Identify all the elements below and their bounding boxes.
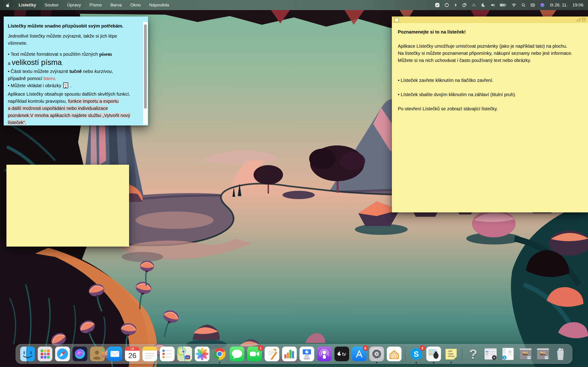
dock-safari[interactable] xyxy=(55,347,70,361)
note-large-text-line: a velikostí písma. xyxy=(8,58,137,68)
siri-icon[interactable] xyxy=(540,3,545,7)
note-title-bar[interactable] xyxy=(392,17,588,23)
selected-text: poznámek.V mnoha aplikacích najdete služ… xyxy=(8,113,130,118)
battery-charging-icon[interactable] xyxy=(500,3,507,7)
notification-badge: 2 xyxy=(420,345,425,351)
note-paragraph: Jednotlivé lístečky můžete zvýraznit, ta… xyxy=(8,33,137,47)
menu-napoveda[interactable]: Nápověda xyxy=(149,2,169,8)
dock-minimized-preview-window[interactable] xyxy=(518,347,533,361)
dock-keynote[interactable] xyxy=(300,347,314,361)
dock-messages[interactable] xyxy=(230,347,244,361)
dock-mail[interactable] xyxy=(107,347,122,361)
wifi-icon[interactable] xyxy=(511,3,516,7)
screen-mirroring-icon[interactable] xyxy=(462,3,467,7)
dock-reminders[interactable] xyxy=(160,347,174,361)
running-indicator-dot xyxy=(433,362,434,363)
svg-text:S: S xyxy=(414,350,419,358)
dock-divider xyxy=(405,347,405,361)
question-mark-glyph: ? xyxy=(466,347,481,361)
dock-pages[interactable] xyxy=(265,347,279,361)
stickies-note-yellow[interactable]: Poznamenejte si to na lísteček! Aplikace… xyxy=(392,17,588,212)
svg-text:S: S xyxy=(503,356,505,359)
dock-minimized-system-preferences-window[interactable] xyxy=(483,347,498,361)
menu-bar-right: čt 26. 11. 19:06 xyxy=(435,2,588,8)
dock-photos[interactable] xyxy=(195,347,209,361)
dock-chrome[interactable] xyxy=(212,347,227,361)
note-bullet: • Lísteček sbalíte dvojím kliknutím na z… xyxy=(398,91,582,98)
note-bullet: • Text můžete formátovat s použitím různ… xyxy=(8,50,137,58)
desktop: LístečkySouborÚpravyPísmoBarvaOknoNápově… xyxy=(0,0,588,367)
dock: LIS262801tv6S2- Milk- Eggs- Bread?S xyxy=(16,344,572,364)
volume-icon[interactable] xyxy=(490,3,495,7)
menu-bar-date[interactable]: čt 26. 11. xyxy=(550,2,568,8)
dock-contacts[interactable] xyxy=(90,347,105,361)
embedded-image-screen xyxy=(64,83,67,86)
dock-siri[interactable] xyxy=(73,347,87,361)
dock-trash[interactable] xyxy=(553,347,568,361)
dock-numbers[interactable] xyxy=(282,347,297,361)
dock-launchpad[interactable] xyxy=(38,347,52,361)
dock-finder[interactable] xyxy=(20,347,35,361)
dock-divider xyxy=(462,347,462,361)
menu-soubor[interactable]: Soubor xyxy=(44,2,59,8)
menu-listecky[interactable]: Lístečky xyxy=(19,2,36,8)
dock-home[interactable] xyxy=(387,347,401,361)
control-center-icon[interactable] xyxy=(530,3,535,7)
menu-bar: LístečkySouborÚpravyPísmoBarvaOknoNápově… xyxy=(0,0,588,10)
running-indicator-dot xyxy=(27,362,28,363)
scatter-dots-icon[interactable] xyxy=(472,3,476,7)
dock-preview[interactable] xyxy=(426,347,441,361)
running-indicator-dot xyxy=(376,362,377,363)
close-box-icon[interactable] xyxy=(394,18,399,22)
dock-appstore[interactable]: 6 xyxy=(352,347,367,361)
note-bullet: • Můžete vkládat i obrázky . xyxy=(8,82,137,89)
menu-upravy[interactable]: Úpravy xyxy=(67,2,81,8)
note-paragraph: Aplikace Lístečky umožňuje umisťovat poz… xyxy=(398,43,582,64)
apple-menu-icon[interactable] xyxy=(6,3,10,8)
selected-text: funkce importu a exportu xyxy=(68,99,119,104)
note-heading: Lístečky můžete snadno přizpůsobit svým … xyxy=(8,23,123,28)
todo-check-icon[interactable] xyxy=(435,3,440,7)
dock-minimized-preview-window-2[interactable] xyxy=(536,347,550,361)
stickies-note-blank[interactable] xyxy=(6,165,129,247)
serif-bold-text: písem xyxy=(99,51,112,57)
dock-help-window[interactable]: ? xyxy=(466,347,481,361)
stickies-note-cyan[interactable]: Lístečky můžete snadno přizpůsobit svým … xyxy=(4,17,148,125)
dock-system-preferences[interactable] xyxy=(369,347,384,361)
note-text-area[interactable]: Lístečky můžete snadno přizpůsobit svým … xyxy=(4,17,148,125)
svg-text:tv: tv xyxy=(342,351,346,357)
grow-triangle-icon[interactable] xyxy=(577,18,580,21)
collapse-window-icon[interactable] xyxy=(582,18,586,21)
dock-notes[interactable] xyxy=(142,347,157,361)
moon-focus-icon[interactable] xyxy=(481,3,485,7)
title-bar-controls xyxy=(577,18,586,21)
spotlight-search-icon[interactable] xyxy=(521,3,526,7)
notification-badge: 1 xyxy=(258,345,263,351)
menu-barva[interactable]: Barva xyxy=(110,2,122,8)
note-text-area[interactable]: Poznamenejte si to na lísteček! Aplikace… xyxy=(392,23,588,112)
dock-minimized-skype-window[interactable]: S xyxy=(501,347,515,361)
selected-text: lísteček“. xyxy=(8,120,26,125)
dock-podcasts[interactable] xyxy=(317,347,332,361)
svg-text:LIS: LIS xyxy=(130,348,134,350)
note-paragraph: Aplikace Lístečky obsahuje spoustu další… xyxy=(8,91,137,125)
note-bullet: • Lísteček zavřete kliknutím na tlačítko… xyxy=(398,77,582,84)
embedded-image-icon xyxy=(63,82,68,88)
dock-skype[interactable]: S2 xyxy=(409,347,424,361)
bluetooth-icon[interactable] xyxy=(454,3,457,7)
large-text: velikostí písma xyxy=(12,58,62,67)
dock-calendar[interactable]: LIS26 xyxy=(125,347,140,361)
dock-maps[interactable]: 280 xyxy=(177,347,192,361)
dock-stickies[interactable]: - Milk- Eggs- Bread xyxy=(444,347,458,361)
running-indicator-dot xyxy=(450,362,452,363)
focus-ring-icon[interactable] xyxy=(444,3,449,7)
dock-facetime[interactable]: 1 xyxy=(247,347,262,361)
scrollbar-track[interactable] xyxy=(143,22,148,125)
menu-bar-clock[interactable]: 19:06 xyxy=(572,2,583,8)
dock-appletv[interactable]: tv xyxy=(334,347,349,361)
menu-okno[interactable]: Okno xyxy=(130,2,141,8)
scrollbar-thumb[interactable] xyxy=(144,24,147,109)
menu-pismo[interactable]: Písmo xyxy=(90,2,102,8)
svg-text:26: 26 xyxy=(128,351,137,360)
svg-text:280: 280 xyxy=(186,357,189,359)
